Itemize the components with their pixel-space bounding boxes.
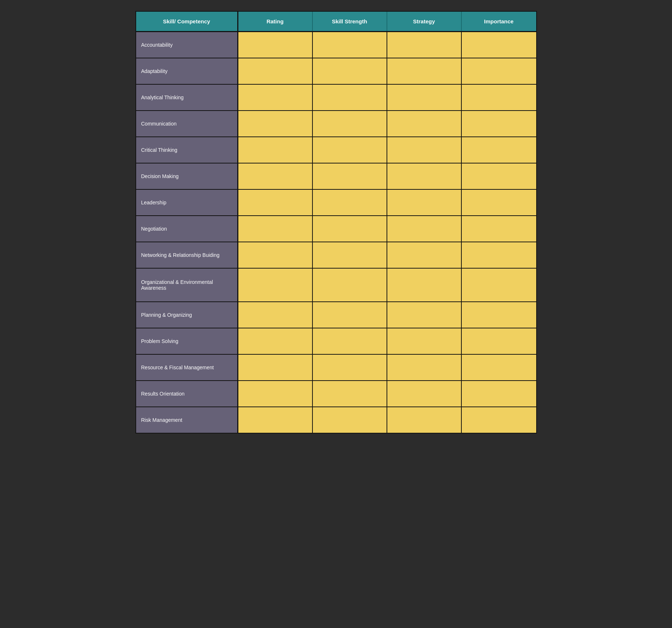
data-cell (313, 328, 387, 354)
skill-label: Decision Making (136, 163, 238, 189)
data-cell (313, 242, 387, 268)
data-cell (387, 269, 462, 301)
data-cell (313, 111, 387, 136)
table-row: Risk Management (136, 407, 536, 433)
data-cell (387, 58, 462, 84)
skill-label: Negotiation (136, 216, 238, 242)
table-row: Decision Making (136, 163, 536, 189)
skill-label: Organizational & Environmental Awareness (136, 269, 238, 301)
data-cell (387, 111, 462, 136)
data-cell (313, 216, 387, 242)
data-cell (462, 269, 536, 301)
data-cell (313, 355, 387, 380)
data-cell (313, 302, 387, 328)
data-cell (238, 355, 313, 380)
data-cell (387, 381, 462, 407)
data-cell (238, 85, 313, 110)
data-cell (238, 216, 313, 242)
skill-label: Analytical Thinking (136, 85, 238, 110)
data-cell (387, 355, 462, 380)
data-cell (462, 32, 536, 58)
data-cell (462, 355, 536, 380)
data-cell (238, 58, 313, 84)
table-row: Communication (136, 110, 536, 136)
skill-label: Accountability (136, 32, 238, 58)
table-row: Leadership (136, 189, 536, 215)
table-row: Analytical Thinking (136, 84, 536, 110)
data-cell (462, 85, 536, 110)
data-cell (462, 111, 536, 136)
table-row: Critical Thinking (136, 136, 536, 163)
skill-label: Networking & Relationship Buiding (136, 242, 238, 268)
data-cell (313, 85, 387, 110)
data-cell (462, 216, 536, 242)
data-cell (238, 328, 313, 354)
table-row: Planning & Organizing (136, 301, 536, 328)
data-cell (238, 407, 313, 433)
data-cell (462, 302, 536, 328)
data-cell (313, 190, 387, 215)
data-cell (387, 242, 462, 268)
data-cell (387, 32, 462, 58)
data-cell (238, 32, 313, 58)
data-cell (462, 190, 536, 215)
table-row: Results Orientation (136, 380, 536, 407)
skill-label: Critical Thinking (136, 137, 238, 163)
data-cell (313, 269, 387, 301)
header-rating: Rating (238, 12, 313, 31)
table-row: Networking & Relationship Buiding (136, 242, 536, 268)
table-row: Resource & Fiscal Management (136, 354, 536, 380)
data-cell (313, 32, 387, 58)
header-skill-competency: Skill/ Competency (136, 12, 238, 31)
data-cell (387, 190, 462, 215)
table-row: Negotiation (136, 215, 536, 242)
data-cell (313, 137, 387, 163)
data-cell (387, 328, 462, 354)
table-header: Skill/ Competency Rating Skill Strength … (136, 12, 536, 31)
table-row: Organizational & Environmental Awareness (136, 268, 536, 301)
data-cell (238, 242, 313, 268)
data-cell (387, 216, 462, 242)
data-cell (462, 407, 536, 433)
data-cell (238, 302, 313, 328)
data-cell (387, 85, 462, 110)
skill-label: Problem Solving (136, 328, 238, 354)
data-cell (313, 407, 387, 433)
data-cell (462, 163, 536, 189)
skill-label: Risk Management (136, 407, 238, 433)
skill-label: Adaptability (136, 58, 238, 84)
data-cell (313, 381, 387, 407)
header-strategy: Strategy (387, 12, 462, 31)
data-cell (462, 242, 536, 268)
data-cell (462, 58, 536, 84)
skills-table: Skill/ Competency Rating Skill Strength … (135, 11, 537, 434)
data-cell (313, 163, 387, 189)
data-cell (387, 407, 462, 433)
data-cell (462, 328, 536, 354)
skill-label: Resource & Fiscal Management (136, 355, 238, 380)
data-cell (238, 190, 313, 215)
header-importance: Importance (462, 12, 536, 31)
data-cell (462, 381, 536, 407)
table-row: Accountability (136, 31, 536, 58)
data-cell (238, 269, 313, 301)
table-body: AccountabilityAdaptabilityAnalytical Thi… (136, 31, 536, 433)
skill-label: Results Orientation (136, 381, 238, 407)
skill-label: Communication (136, 111, 238, 136)
data-cell (387, 302, 462, 328)
skill-label: Leadership (136, 190, 238, 215)
data-cell (387, 137, 462, 163)
data-cell (238, 381, 313, 407)
data-cell (238, 137, 313, 163)
data-cell (238, 111, 313, 136)
table-row: Adaptability (136, 58, 536, 84)
header-skill-strength: Skill Strength (313, 12, 387, 31)
data-cell (313, 58, 387, 84)
table-row: Problem Solving (136, 328, 536, 354)
data-cell (462, 137, 536, 163)
skill-label: Planning & Organizing (136, 302, 238, 328)
data-cell (238, 163, 313, 189)
data-cell (387, 163, 462, 189)
